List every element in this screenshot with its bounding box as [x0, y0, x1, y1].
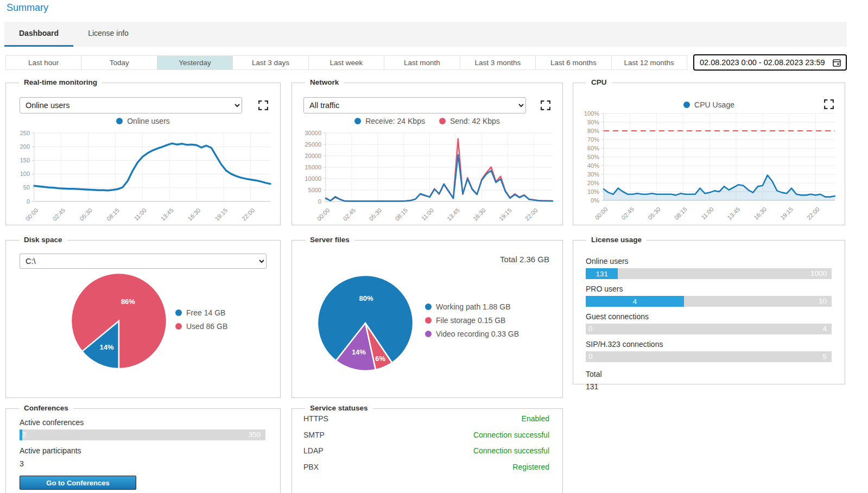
- network-traffic-select[interactable]: All traffic: [303, 97, 526, 113]
- license-row-bar: 04: [586, 324, 832, 334]
- service-status-row: LDAPConnection successful: [303, 446, 549, 455]
- svg-text:10000: 10000: [305, 175, 321, 182]
- svg-text:60%: 60%: [587, 145, 599, 151]
- svg-text:05:30: 05:30: [78, 207, 93, 221]
- time-filter-yesterday[interactable]: Yesterday: [157, 55, 233, 70]
- panel-disk-space: Disk space C:\ 14%86% Free 14 GBUsed 86 …: [5, 240, 281, 398]
- svg-text:13:45: 13:45: [726, 206, 742, 220]
- tab-bar: Dashboard License info: [4, 22, 847, 47]
- service-status: Registered: [512, 463, 549, 471]
- svg-text:100: 100: [20, 170, 30, 177]
- panel-service-statuses: Service statuses HTTPSEnabledSMTPConnect…: [292, 408, 563, 493]
- service-name: SMTP: [303, 431, 325, 439]
- svg-text:80%: 80%: [587, 128, 599, 134]
- page-title: Summary: [7, 2, 48, 14]
- svg-text:50: 50: [23, 184, 30, 191]
- svg-text:250: 250: [20, 130, 30, 136]
- network-traffic-chart: 05000100001500020000250003000000:0002:45…: [295, 130, 560, 221]
- svg-text:70%: 70%: [587, 136, 599, 143]
- cpu-usage-chart: 0%10%20%30%40%50%60%70%80%90%100%00:0002…: [576, 111, 842, 220]
- realtime-metric-select[interactable]: Online users: [20, 97, 242, 113]
- svg-text:30000: 30000: [305, 130, 321, 136]
- panel-title: Real-time monitoring: [19, 78, 102, 86]
- legend-item: Send: 42 Kbps: [439, 117, 500, 125]
- legend-item: Receive: 24 Kbps: [354, 117, 425, 125]
- svg-text:15000: 15000: [305, 164, 321, 170]
- time-filter-today[interactable]: Today: [81, 55, 157, 70]
- license-usage-row: Online users 1311000: [586, 257, 832, 279]
- time-filter-last-hour[interactable]: Last hour: [5, 55, 81, 70]
- service-status-row: SMTPConnection successful: [303, 431, 549, 439]
- tab-dashboard-label: Dashboard: [19, 29, 59, 37]
- service-status: Connection successful: [473, 431, 549, 439]
- tab-license-info[interactable]: License info: [73, 22, 143, 47]
- legend-dot-icon: [116, 118, 123, 124]
- svg-text:86%: 86%: [121, 298, 135, 306]
- license-usage-row: SIP/H.323 connections 05: [586, 340, 832, 362]
- service-status-row: PBXRegistered: [303, 463, 549, 471]
- svg-text:14%: 14%: [99, 343, 113, 351]
- svg-text:10%: 10%: [587, 188, 599, 195]
- chart-legend: Online users: [6, 117, 280, 125]
- calendar-icon[interactable]: [832, 58, 841, 67]
- panel-cpu: CPU CPU Usage 0%10%20%30%40%50%60%70%80%…: [573, 83, 845, 225]
- date-range-picker[interactable]: 02.08.2023 0:00 - 02.08.2023 23:59: [693, 54, 847, 71]
- legend-item: Online users: [116, 117, 170, 125]
- license-row-bar: 05: [586, 351, 832, 362]
- svg-text:05:30: 05:30: [647, 206, 662, 220]
- summary-page: Summary Dashboard License info Last hour…: [0, 0, 868, 493]
- legend-dot-icon: [425, 304, 432, 310]
- time-filter-last-3-months[interactable]: Last 3 months: [460, 55, 536, 70]
- pie-legend: Free 14 GBUsed 86 GB: [175, 308, 227, 331]
- legend-dot-icon: [425, 331, 432, 337]
- time-filter-last-week[interactable]: Last week: [308, 55, 384, 70]
- svg-text:19:15: 19:15: [779, 206, 794, 220]
- service-status: Connection successful: [473, 446, 549, 455]
- legend-dot-icon: [175, 309, 182, 316]
- time-filter-last-month[interactable]: Last month: [384, 55, 460, 70]
- fullscreen-icon[interactable]: [258, 100, 268, 110]
- tab-dashboard[interactable]: Dashboard: [4, 22, 73, 47]
- license-total-label: Total: [586, 370, 832, 378]
- pie-legend: Working path 1.88 GBFile storage 0.15 GB…: [425, 302, 519, 338]
- svg-text:5000: 5000: [308, 187, 321, 193]
- panel-title: Conferences: [19, 404, 73, 412]
- active-participants-label: Active participants: [20, 446, 265, 455]
- time-filter-last-3-days[interactable]: Last 3 days: [232, 55, 308, 70]
- svg-text:25000: 25000: [305, 141, 321, 148]
- panel-title: CPU: [586, 78, 612, 86]
- legend-dot-icon: [175, 323, 182, 330]
- svg-text:22:00: 22:00: [806, 206, 821, 220]
- fullscreen-icon[interactable]: [541, 100, 550, 110]
- svg-text:40%: 40%: [587, 162, 599, 169]
- service-status-rows: HTTPSEnabledSMTPConnection successfulLDA…: [303, 414, 549, 478]
- license-row-label: PRO users: [586, 285, 832, 293]
- time-filter-group: Last hourTodayYesterdayLast 3 daysLast w…: [5, 55, 687, 70]
- svg-text:16:30: 16:30: [472, 207, 487, 221]
- service-name: LDAP: [303, 446, 324, 455]
- legend-item: CPU Usage: [683, 100, 734, 109]
- time-filter-last-6-months[interactable]: Last 6 months: [535, 55, 611, 70]
- active-conferences-bar: 2350: [20, 429, 265, 440]
- license-row-bar: 410: [586, 296, 832, 307]
- panel-title: License usage: [586, 236, 647, 244]
- go-to-conferences-button[interactable]: Go to Conferences: [20, 476, 136, 490]
- legend-dot-icon: [439, 118, 446, 124]
- panel-title: Server files: [305, 236, 354, 244]
- svg-text:11:00: 11:00: [700, 206, 714, 220]
- svg-text:02:45: 02:45: [620, 206, 635, 220]
- svg-text:08:15: 08:15: [105, 207, 121, 221]
- chart-legend: CPU Usage: [573, 100, 845, 109]
- svg-text:16:30: 16:30: [187, 207, 202, 221]
- panel-title: Service statuses: [305, 404, 373, 412]
- active-participants-value: 3: [20, 459, 265, 468]
- time-filter-last-12-months[interactable]: Last 12 months: [611, 55, 687, 70]
- legend-item: Used 86 GB: [175, 322, 227, 331]
- active-conferences-label: Active conferences: [20, 418, 265, 427]
- svg-text:22:00: 22:00: [524, 207, 539, 221]
- disk-drive-select[interactable]: C:\: [20, 254, 267, 269]
- panel-title: Network: [305, 78, 344, 86]
- license-row-label: Online users: [586, 257, 832, 266]
- svg-text:20000: 20000: [305, 153, 321, 159]
- svg-text:00:00: 00:00: [315, 207, 331, 221]
